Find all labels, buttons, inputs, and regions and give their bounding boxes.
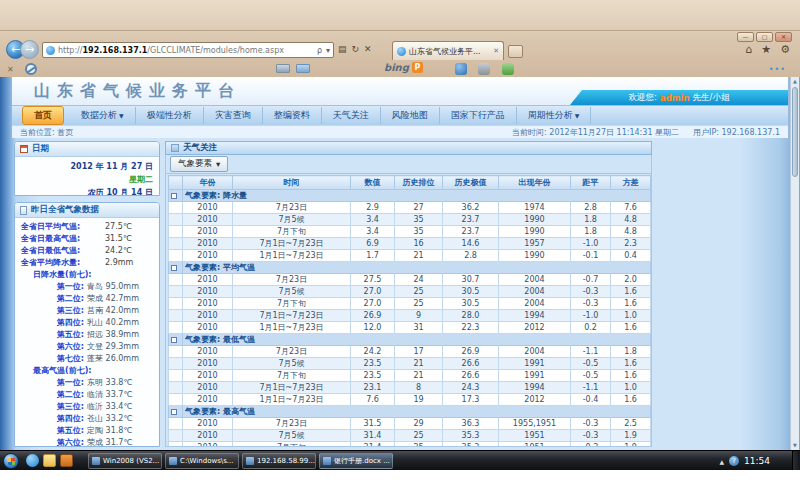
nav-item-7[interactable]: 国家下行产品 xyxy=(440,107,517,124)
nav-item-4[interactable]: 整编资料 xyxy=(263,107,322,124)
table-row[interactable]: 20107月1日~7月23日6.91614.61957-1.02.3 xyxy=(169,238,651,250)
section-row[interactable]: 气象要素: 平均气温 xyxy=(169,262,651,274)
url-dropdown-icon[interactable]: ▾ xyxy=(326,46,330,55)
table-row[interactable]: 20107月5候27.02530.52004-0.31.6 xyxy=(169,286,651,298)
taskbar-explorer-icon[interactable] xyxy=(43,454,56,467)
refresh-icon[interactable]: ↻ xyxy=(352,44,360,54)
tab-title: 山东省气候业务平... xyxy=(409,46,481,57)
url-scheme: http:// xyxy=(58,46,83,55)
table-row[interactable]: 20107月23日31.52936.31955,1951-0.32.5 xyxy=(169,418,651,430)
table-row[interactable]: 20107月23日27.52430.72004-0.72.0 xyxy=(169,274,651,286)
table-cell: 25 xyxy=(395,286,443,298)
table-cell: 14.6 xyxy=(443,238,499,250)
tab-close-icon[interactable]: ✕ xyxy=(493,47,499,55)
sharing-icon[interactable] xyxy=(502,63,514,75)
taskbar-media-icon[interactable] xyxy=(60,454,73,467)
calendar-line: 星期二 xyxy=(21,173,153,186)
row-check-cell xyxy=(169,430,183,442)
table-row[interactable]: 20107月23日2.92736.219742.87.6 xyxy=(169,202,651,214)
table-cell: 26.6 xyxy=(443,358,499,370)
tools-gear-icon[interactable]: ⚙ xyxy=(780,43,790,56)
table-row[interactable]: 20101月1日~7月23日12.03122.320120.21.6 xyxy=(169,322,651,334)
stop-icon[interactable]: ✕ xyxy=(364,44,372,54)
table-row[interactable]: 20107月5候3.43523.719901.84.8 xyxy=(169,214,651,226)
mail-icon[interactable] xyxy=(296,64,310,73)
nav-item-8[interactable]: 周期性分析▼ xyxy=(517,107,592,124)
nav-item-1[interactable]: 数据分析▼ xyxy=(70,107,136,124)
table-cell: 2010 xyxy=(183,202,233,214)
taskbar-window-2[interactable]: 192.168.58.99... xyxy=(242,453,316,469)
search-icon[interactable]: ρ xyxy=(317,46,322,55)
rank-value: 临沂 33.4℃ xyxy=(87,401,132,413)
address-bar[interactable]: http://192.168.137.1/GLCCLIMATE/modules/… xyxy=(42,42,334,58)
new-tab-button[interactable] xyxy=(508,45,523,58)
header-check-cell xyxy=(169,176,183,190)
table-cell: 7月下旬 xyxy=(233,298,351,310)
stat-label: 全省平均降水量: xyxy=(21,257,105,269)
section-row[interactable]: 气象要素: 降水量 xyxy=(169,190,651,202)
scrollbar-thumb[interactable] xyxy=(792,87,798,177)
camera-icon[interactable] xyxy=(478,63,490,75)
row-check-cell xyxy=(169,442,183,448)
table-row[interactable]: 20101月1日~7月23日1.7212.81990-0.10.4 xyxy=(169,250,651,262)
browser-tab[interactable]: 山东省气候业务平... ✕ xyxy=(392,41,504,60)
rank-position: 第七位: xyxy=(21,353,87,365)
table-row[interactable]: 20107月下旬27.02530.52004-0.31.6 xyxy=(169,298,651,310)
messenger-icon[interactable] xyxy=(455,63,467,75)
table-row[interactable]: 20101月1日~7月23日7.61917.32012-0.41.6 xyxy=(169,394,651,406)
table-row[interactable]: 20107月下旬3.43523.719901.84.8 xyxy=(169,226,651,238)
blocked-circle-icon[interactable] xyxy=(25,63,37,75)
vertical-scrollbar[interactable]: ▲ ▼ xyxy=(790,77,799,450)
table-cell: 1990 xyxy=(499,214,571,226)
rank-position: 第六位: xyxy=(21,437,87,447)
table-row[interactable]: 20107月1日~7月23日26.9928.01994-1.01.0 xyxy=(169,310,651,322)
show-desktop-button[interactable] xyxy=(792,451,800,471)
toolbar-overflow-icon[interactable]: ••• xyxy=(769,65,786,74)
nav-item-5[interactable]: 天气关注 xyxy=(322,107,381,124)
tray-chevron-icon[interactable]: ▲ xyxy=(719,458,724,465)
nav-item-label: 首页 xyxy=(34,110,52,120)
table-row[interactable]: 20107月下旬23.52126.61991-0.51.6 xyxy=(169,370,651,382)
table-cell: 2010 xyxy=(183,418,233,430)
table-row[interactable]: 20107月5候23.52126.61991-0.51.6 xyxy=(169,358,651,370)
rank-line: 第六位:文登 29.3mm xyxy=(21,341,153,353)
row-check-cell xyxy=(169,226,183,238)
table-row[interactable]: 20107月1日~7月23日23.1824.31994-1.11.0 xyxy=(169,382,651,394)
forward-button[interactable]: → xyxy=(20,40,39,59)
table-row[interactable]: 20107月5候31.42535.31951-0.31.9 xyxy=(169,430,651,442)
checkbox-icon[interactable] xyxy=(171,409,177,415)
table-row[interactable]: 20107月下旬31.42535.31951-0.31.9 xyxy=(169,442,651,448)
scroll-down-icon[interactable]: ▼ xyxy=(791,441,799,450)
section-row[interactable]: 气象要素: 最低气温 xyxy=(169,334,651,346)
taskbar-window-1[interactable]: C:\Windows\s... xyxy=(165,453,239,469)
nav-item-2[interactable]: 极端性分析 xyxy=(136,107,204,124)
nav-item-6[interactable]: 风险地图 xyxy=(381,107,440,124)
scroll-up-icon[interactable]: ▲ xyxy=(791,77,799,86)
table-cell: 26.9 xyxy=(443,346,499,358)
checkbox-icon[interactable] xyxy=(171,337,177,343)
rank-value: 蓬莱 26.0mm xyxy=(87,353,139,365)
element-select-button[interactable]: 气象要素 ▾ xyxy=(170,156,228,172)
toolbar-close-icon[interactable]: ✕ xyxy=(7,65,14,74)
checkbox-icon[interactable] xyxy=(171,193,177,199)
clock[interactable]: 11:54 xyxy=(744,456,770,466)
compatibility-icon[interactable]: ▤ xyxy=(338,44,347,54)
tray-help-icon[interactable]: ? xyxy=(729,456,739,466)
bing-logo[interactable]: bing P xyxy=(384,62,423,73)
cards-icon[interactable] xyxy=(276,64,290,73)
table-cell: 7月下旬 xyxy=(233,370,351,382)
taskbar-window-0[interactable]: Win2008 (VS2... xyxy=(88,453,162,469)
rank-line: 第一位:青岛 95.0mm xyxy=(21,281,153,293)
start-button[interactable] xyxy=(3,453,19,469)
section-row[interactable]: 气象要素: 最高气温 xyxy=(169,406,651,418)
home-icon[interactable]: ⌂ xyxy=(745,43,752,56)
nav-item-3[interactable]: 灾害查询 xyxy=(204,107,263,124)
taskbar-window-3[interactable]: 银行手册.docx ... xyxy=(319,453,393,469)
nav-item-0[interactable]: 首页 xyxy=(22,106,64,125)
favorites-star-icon[interactable]: ★ xyxy=(761,43,771,56)
table-cell: -1.0 xyxy=(571,238,611,250)
table-row[interactable]: 20107月23日24.21726.92004-1.11.8 xyxy=(169,346,651,358)
taskbar-ie-icon[interactable] xyxy=(26,454,39,467)
rank-line: 第七位:蓬莱 26.0mm xyxy=(21,353,153,365)
checkbox-icon[interactable] xyxy=(171,265,177,271)
